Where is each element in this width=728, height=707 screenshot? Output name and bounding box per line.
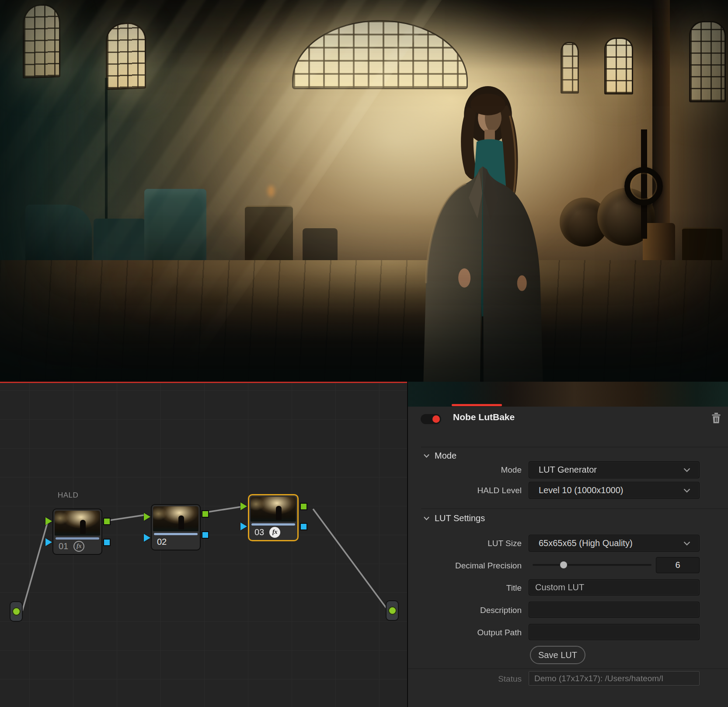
output-port-icon — [388, 606, 397, 615]
decimal-precision-value[interactable]: 6 — [656, 557, 700, 573]
node-thumbnail — [251, 497, 296, 522]
key-input-port[interactable] — [144, 534, 150, 542]
node-thumbnail — [55, 511, 100, 536]
divider — [421, 447, 728, 447]
key-input-port[interactable] — [45, 538, 52, 546]
node-number: 01 — [59, 541, 68, 551]
description-input[interactable] — [529, 602, 700, 618]
vignette — [0, 0, 728, 382]
rgb-input-port[interactable] — [45, 517, 52, 525]
lut-settings-section-header[interactable]: LUT Settings — [424, 513, 485, 523]
lut-size-dropdown[interactable]: 65x65x65 (High Quality) — [529, 535, 700, 552]
key-output-port[interactable] — [300, 523, 307, 530]
viewer-image-strip — [408, 382, 728, 407]
title-input[interactable] — [529, 579, 700, 596]
source-port-icon — [12, 607, 21, 616]
key-output-port[interactable] — [103, 539, 111, 546]
plugin-title: Nobe LutBake — [453, 412, 515, 422]
divider — [408, 669, 728, 669]
node-number: 02 — [157, 537, 167, 547]
lut-size-label: LUT Size — [421, 539, 522, 548]
status-label: Status — [421, 674, 522, 684]
fx-icon: fx — [73, 541, 84, 552]
chevron-down-icon — [683, 488, 690, 493]
source-input-node[interactable] — [10, 601, 23, 622]
decimal-precision-label: Decimal Precision — [421, 561, 522, 571]
davinci-resolve-window: HALD 01 fx 02 — [0, 0, 728, 707]
node-thumbnail — [153, 506, 199, 531]
color-node-01[interactable]: 01 fx — [52, 508, 102, 555]
hald-level-dropdown[interactable]: Level 10 (1000x1000) — [529, 482, 700, 499]
chevron-down-icon — [683, 468, 690, 472]
decimal-precision-slider[interactable] — [533, 564, 651, 566]
divider — [421, 508, 728, 509]
output-path-input[interactable] — [529, 624, 700, 640]
save-lut-button[interactable]: Save LUT — [530, 646, 585, 664]
color-node-03[interactable]: 03 fx — [248, 495, 298, 541]
node-graph-canvas[interactable]: HALD 01 fx 02 — [0, 382, 408, 707]
slider-handle[interactable] — [560, 561, 567, 568]
plugin-enable-toggle[interactable] — [421, 414, 441, 424]
nobe-lutbake-panel: Nobe LutBake Mode Mode LUT Generator — [408, 407, 728, 707]
key-input-port[interactable] — [240, 522, 247, 530]
right-column: Nobe LutBake Mode Mode LUT Generator — [408, 382, 728, 707]
mode-section-header[interactable]: Mode — [424, 451, 456, 461]
status-field: Demo (17x17x17): /Users/hateom/l — [529, 671, 700, 686]
fx-icon: fx — [269, 527, 280, 538]
rgb-output-port[interactable] — [300, 503, 307, 510]
rgb-output-port[interactable] — [202, 510, 209, 518]
chevron-down-icon — [683, 541, 690, 546]
output-path-label: Output Path — [421, 628, 522, 637]
key-output-port[interactable] — [202, 531, 209, 539]
node-01-hald-caption: HALD — [58, 491, 78, 500]
delete-plugin-trash-icon[interactable] — [711, 412, 721, 424]
active-clip-indicator — [452, 404, 502, 406]
rgb-input-port[interactable] — [240, 502, 247, 510]
node-number: 03 — [254, 527, 264, 537]
color-node-02[interactable]: 02 — [151, 504, 201, 550]
title-label: Title — [421, 583, 522, 593]
output-node[interactable] — [386, 600, 399, 621]
description-label: Description — [421, 606, 522, 615]
chevron-down-icon — [424, 516, 429, 520]
rgb-input-port[interactable] — [144, 513, 150, 521]
mode-label: Mode — [421, 465, 522, 475]
mode-dropdown[interactable]: LUT Generator — [529, 461, 700, 478]
hald-level-label: HALD Level — [421, 486, 522, 495]
viewer-image — [0, 0, 728, 382]
rgb-output-port[interactable] — [103, 518, 111, 525]
toggle-knob — [432, 415, 440, 423]
chevron-down-icon — [424, 454, 429, 458]
